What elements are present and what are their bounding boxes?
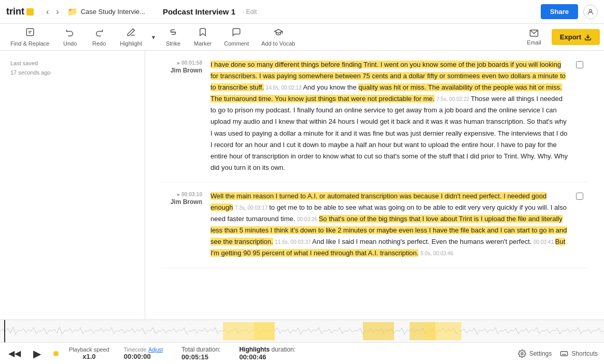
main-area: Last saved 17 seconds ago ▸ 00:01:58 Jim… <box>0 51 604 319</box>
highlight-dropdown[interactable]: ▼ <box>148 34 159 40</box>
nav-arrows: ‹ › <box>43 5 62 19</box>
timestamp-2: ▸ 00:03:10 <box>161 192 202 197</box>
svg-rect-10 <box>363 322 394 340</box>
speed-indicator-btn[interactable] <box>51 347 61 360</box>
toolbar-right: Email Export <box>521 25 600 49</box>
undo-button[interactable]: Undo <box>55 24 85 50</box>
skip-back-button[interactable]: ◀◀ <box>6 346 23 360</box>
checkbox-col-1[interactable] <box>576 59 588 173</box>
timestamp-1: ▸ 00:01:58 <box>161 60 202 66</box>
timecode-inline-6: 00:03:41 <box>533 239 555 245</box>
email-label: Email <box>527 39 541 46</box>
folder-name[interactable]: Case Study Intervie... <box>81 8 145 16</box>
marker-label: Marker <box>194 40 212 47</box>
user-avatar[interactable] <box>583 5 598 19</box>
last-saved-line2: 17 seconds ago <box>10 68 134 78</box>
settings-button[interactable]: Settings <box>518 350 552 358</box>
svg-rect-14 <box>561 352 568 356</box>
logo-text: trint <box>6 6 24 17</box>
timecode-display: Timecode Adjust 00:00:00 <box>124 347 163 360</box>
speed-label: Playback speed <box>69 346 109 353</box>
keyboard-icon <box>560 350 568 358</box>
sidebar: Last saved 17 seconds ago <box>0 51 145 319</box>
transcript-block-2: ▸ 00:03:10 Jim Brown Well the main reaso… <box>161 182 588 268</box>
breadcrumb: 📁 Case Study Intervie... <box>67 7 145 17</box>
highlight-button[interactable]: Highlight <box>114 24 148 50</box>
share-button[interactable]: Share <box>541 4 578 19</box>
highlight-span-4: So that's one of the big things that I l… <box>210 215 567 245</box>
find-replace-button[interactable]: Find & Replace <box>4 24 55 50</box>
timecode-inline-4: 00:03:26 <box>297 216 319 222</box>
header-right: Share <box>541 4 598 19</box>
speaker-name-2: Jim Brown <box>161 198 202 206</box>
total-duration-value: 00:05:15 <box>181 353 220 361</box>
timecode-label: Timecode <box>124 347 147 353</box>
strike-label: Strike <box>166 40 180 47</box>
shortcuts-button[interactable]: Shortcuts <box>560 350 598 358</box>
transcript-text-1[interactable]: I have done so many different things bef… <box>210 59 568 173</box>
dropdown-icon: ▼ <box>151 34 157 40</box>
add-to-vocab-button[interactable]: Add to Vocab <box>255 24 301 50</box>
transcript-content: ▸ 00:01:58 Jim Brown I have done so many… <box>145 51 604 319</box>
play-button[interactable]: ▶ <box>31 345 43 362</box>
transcript-text-2[interactable]: Well the main reason I turned to A.I. or… <box>210 191 568 259</box>
logo: trint <box>6 6 34 17</box>
settings-icon <box>518 350 526 358</box>
strike-button[interactable]: Strike <box>159 24 188 50</box>
header: trint ‹ › 📁 Case Study Intervie... Podca… <box>0 0 604 24</box>
timecode-value: 00:00:00 <box>124 353 163 360</box>
last-saved-line1: Last saved <box>10 59 134 68</box>
comment-icon <box>232 27 241 39</box>
transcript-block: ▸ 00:01:58 Jim Brown I have done so many… <box>161 51 588 182</box>
redo-button[interactable]: Redo <box>85 24 114 50</box>
svg-rect-1 <box>26 28 34 36</box>
undo-icon <box>65 27 75 39</box>
forward-button[interactable]: › <box>53 5 62 19</box>
speaker-1: ▸ 00:01:58 Jim Brown <box>161 59 202 173</box>
last-saved: Last saved 17 seconds ago <box>10 59 134 77</box>
highlights-duration-value: 00:00:46 <box>239 353 296 361</box>
export-button[interactable]: Export <box>552 29 600 45</box>
edit-link[interactable]: · Edit <box>243 8 257 16</box>
settings-label: Settings <box>529 350 552 357</box>
find-replace-label: Find & Replace <box>10 40 49 47</box>
logo-box <box>26 8 34 16</box>
undo-label: Undo <box>63 40 77 47</box>
adjust-link[interactable]: Adjust <box>148 347 163 353</box>
total-duration: Total duration: 00:05:15 <box>181 346 220 361</box>
toolbar: Find & Replace Undo Redo Highlight ▼ Str… <box>0 24 604 51</box>
timecode-inline: 14.8s, 00:02:13 <box>266 85 303 91</box>
speed-dot <box>53 351 59 356</box>
playback-right: Settings Shortcuts <box>518 350 598 358</box>
svg-rect-12 <box>425 322 461 340</box>
timecode-inline-5: 11.6s, 00:03:37 <box>275 239 312 245</box>
strike-icon <box>168 27 178 39</box>
email-button[interactable]: Email <box>521 25 547 49</box>
comment-button[interactable]: Comment <box>218 24 255 50</box>
export-label: Export <box>560 33 581 41</box>
checkbox-col-2[interactable] <box>576 191 588 259</box>
highlights-duration: Highlights duration: 00:00:46 <box>239 346 296 361</box>
folder-icon: 📁 <box>67 7 78 17</box>
redo-icon <box>94 27 104 39</box>
transcript-checkbox-2[interactable] <box>576 193 583 200</box>
playback-bar: ◀◀ ▶ Playback speed x1.0 Timecode Adjust… <box>0 342 604 364</box>
speaker-2: ▸ 00:03:10 Jim Brown <box>161 191 202 259</box>
marker-icon <box>198 27 207 39</box>
shortcuts-label: Shortcuts <box>571 350 598 357</box>
highlight-label: Highlight <box>120 40 142 47</box>
timecode-inline-7: 5.0s, 00:03:46 <box>420 251 453 256</box>
highlight-icon <box>127 27 136 39</box>
waveform[interactable] <box>0 319 604 342</box>
marker-button[interactable]: Marker <box>188 24 218 50</box>
back-button[interactable]: ‹ <box>43 5 52 19</box>
comment-label: Comment <box>224 40 249 47</box>
transcript-checkbox-1[interactable] <box>576 61 583 68</box>
highlights-duration-label: duration: <box>271 346 296 353</box>
highlights-label: Highlights <box>239 346 270 353</box>
doc-title: Podcast Interview 1 <box>163 7 235 16</box>
speed-value: x1.0 <box>82 353 95 360</box>
find-replace-icon <box>25 27 35 39</box>
vocab-icon <box>274 27 283 39</box>
timecode-inline-2: 7.5s, 00:02:22 <box>437 96 471 102</box>
